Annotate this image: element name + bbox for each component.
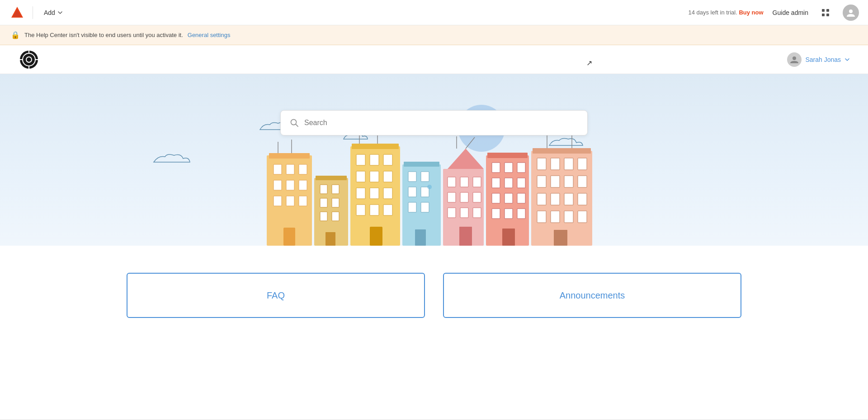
svg-rect-66 bbox=[415, 229, 426, 246]
svg-rect-3 bbox=[826, 9, 829, 12]
svg-rect-109 bbox=[564, 193, 573, 205]
help-center-nav: Sarah Jonas bbox=[0, 45, 868, 74]
svg-rect-45 bbox=[383, 154, 392, 165]
announcements-card-button[interactable]: Announcements bbox=[443, 273, 741, 318]
svg-rect-92 bbox=[517, 193, 525, 203]
svg-rect-23 bbox=[274, 180, 282, 190]
grid-icon-button[interactable] bbox=[817, 5, 834, 21]
svg-rect-104 bbox=[551, 176, 560, 187]
buy-now-link[interactable]: Buy now bbox=[739, 9, 763, 16]
svg-rect-91 bbox=[505, 193, 513, 203]
svg-rect-27 bbox=[286, 196, 294, 206]
svg-rect-85 bbox=[505, 163, 513, 173]
search-icon bbox=[290, 118, 299, 127]
svg-rect-47 bbox=[370, 171, 379, 182]
svg-rect-48 bbox=[383, 171, 392, 182]
add-label: Add bbox=[44, 9, 55, 16]
svg-rect-28 bbox=[299, 196, 307, 206]
svg-rect-102 bbox=[578, 158, 587, 170]
svg-rect-42 bbox=[352, 144, 399, 149]
svg-rect-34 bbox=[320, 185, 327, 194]
svg-rect-64 bbox=[408, 202, 416, 212]
svg-rect-19 bbox=[269, 153, 310, 159]
grid-icon bbox=[821, 9, 830, 17]
alert-banner: 🔒 The Help Center isn't visible to end u… bbox=[0, 25, 868, 45]
svg-point-6 bbox=[849, 9, 853, 13]
hero-section bbox=[0, 74, 868, 246]
trial-text: 14 days left in trial. Buy now bbox=[688, 9, 763, 16]
add-button[interactable]: Add bbox=[40, 6, 66, 19]
svg-rect-76 bbox=[448, 208, 456, 218]
user-avatar-button[interactable] bbox=[843, 5, 859, 21]
search-input[interactable] bbox=[304, 119, 578, 127]
content-section: FAQ Announcements bbox=[0, 246, 868, 345]
svg-rect-115 bbox=[554, 230, 567, 246]
svg-rect-75 bbox=[473, 192, 481, 202]
svg-rect-25 bbox=[299, 180, 307, 190]
svg-rect-39 bbox=[332, 212, 339, 221]
user-name: Sarah Jonas bbox=[805, 56, 841, 63]
svg-rect-24 bbox=[286, 180, 294, 190]
svg-rect-40 bbox=[326, 232, 335, 246]
svg-rect-61 bbox=[421, 172, 429, 182]
svg-rect-94 bbox=[505, 209, 513, 219]
svg-rect-70 bbox=[448, 177, 456, 187]
nav-right: 14 days left in trial. Buy now Guide adm… bbox=[688, 5, 859, 21]
svg-rect-36 bbox=[320, 198, 327, 207]
logo-area: Add bbox=[9, 5, 66, 21]
nav-divider bbox=[33, 6, 33, 19]
svg-rect-101 bbox=[564, 158, 573, 170]
svg-rect-99 bbox=[537, 158, 546, 170]
svg-rect-114 bbox=[578, 211, 587, 223]
svg-rect-106 bbox=[578, 176, 587, 187]
svg-rect-95 bbox=[517, 209, 525, 219]
svg-line-17 bbox=[296, 124, 298, 126]
svg-rect-90 bbox=[492, 193, 500, 203]
svg-rect-43 bbox=[356, 154, 365, 165]
svg-rect-33 bbox=[316, 176, 347, 180]
svg-rect-88 bbox=[505, 178, 513, 188]
svg-rect-83 bbox=[487, 153, 528, 158]
chevron-down-icon bbox=[58, 10, 62, 15]
general-settings-link[interactable]: General settings bbox=[188, 32, 231, 38]
svg-rect-59 bbox=[404, 162, 439, 167]
buildings-illustration bbox=[258, 128, 610, 246]
svg-rect-46 bbox=[356, 171, 365, 182]
svg-rect-44 bbox=[370, 154, 379, 165]
svg-rect-113 bbox=[564, 211, 573, 223]
cards-row: FAQ Announcements bbox=[63, 273, 805, 318]
buildings-svg bbox=[258, 128, 610, 246]
svg-rect-49 bbox=[356, 188, 365, 199]
svg-rect-77 bbox=[460, 208, 468, 218]
svg-rect-74 bbox=[460, 192, 468, 202]
svg-rect-71 bbox=[460, 177, 468, 187]
svg-rect-89 bbox=[517, 178, 525, 188]
hc-logo[interactable] bbox=[18, 49, 40, 70]
user-avatar-icon bbox=[790, 55, 799, 64]
svg-rect-54 bbox=[383, 205, 392, 215]
chevron-down-icon bbox=[844, 57, 850, 62]
svg-rect-52 bbox=[356, 205, 365, 215]
svg-rect-21 bbox=[286, 164, 294, 174]
user-icon bbox=[846, 8, 856, 18]
hc-logo-icon bbox=[19, 50, 39, 70]
search-bar bbox=[280, 110, 588, 135]
svg-point-14 bbox=[793, 56, 796, 60]
app-logo[interactable] bbox=[9, 5, 25, 21]
svg-rect-29 bbox=[283, 228, 295, 246]
svg-line-81 bbox=[466, 137, 475, 149]
svg-rect-65 bbox=[421, 202, 429, 212]
svg-rect-100 bbox=[551, 158, 560, 170]
guide-admin-text: Guide admin bbox=[773, 9, 808, 16]
svg-rect-53 bbox=[370, 205, 379, 215]
svg-rect-96 bbox=[502, 229, 515, 246]
svg-rect-78 bbox=[473, 208, 481, 218]
svg-rect-79 bbox=[459, 227, 472, 246]
svg-rect-107 bbox=[537, 193, 546, 205]
svg-rect-103 bbox=[537, 176, 546, 187]
svg-rect-50 bbox=[370, 188, 379, 199]
user-dropdown[interactable]: Sarah Jonas bbox=[787, 52, 850, 67]
svg-rect-93 bbox=[492, 209, 500, 219]
top-navigation: Add 14 days left in trial. Buy now Guide… bbox=[0, 0, 868, 25]
faq-card-button[interactable]: FAQ bbox=[127, 273, 425, 318]
